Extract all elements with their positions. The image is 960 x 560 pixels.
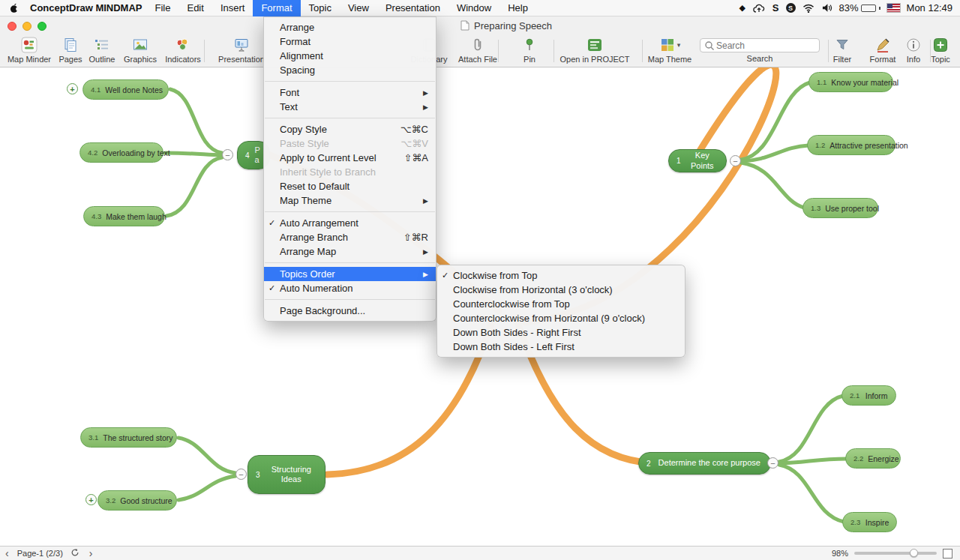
- submenu-item-counterclockwise-from-top[interactable]: Counterclockwise from Top: [437, 297, 685, 311]
- menubar-file[interactable]: File: [147, 0, 179, 16]
- toolbar-button-graphics[interactable]: Graphics: [116, 36, 164, 64]
- toolbar-separator: [828, 40, 829, 62]
- previous-page-button[interactable]: ‹: [0, 547, 14, 560]
- menubar-insert[interactable]: Insert: [212, 0, 254, 16]
- app-menu[interactable]: ConceptDraw MINDMAP: [26, 2, 147, 13]
- menu-item-alignment[interactable]: Alignment: [264, 49, 436, 63]
- zoom-controls: 98%: [832, 549, 960, 559]
- subtopic-inspire[interactable]: 2.3 Inspire: [842, 512, 897, 532]
- menu-item-spacing[interactable]: Spacing: [264, 63, 436, 77]
- subtopic-use-proper-tool[interactable]: 1.3 Use proper tool: [802, 198, 878, 218]
- submenu-item-counterclockwise-from-horizontal[interactable]: Counterclockwise from Horizontal (9 o'cl…: [437, 311, 685, 325]
- s-app-icon[interactable]: S: [772, 2, 779, 13]
- submenu-item-down-both-sides-left-first[interactable]: Down Both Sides - Left First: [437, 340, 685, 354]
- toolbar-button-indicators[interactable]: Indicators: [159, 36, 207, 64]
- zoom-window-button[interactable]: [38, 22, 46, 31]
- subtopic-structured-story[interactable]: 3.1 The structured story: [80, 427, 177, 448]
- apple-icon: [9, 2, 20, 14]
- wifi-icon[interactable]: [802, 4, 814, 13]
- zoom-slider-thumb[interactable]: [910, 549, 918, 557]
- expand-badge-subtopic-4-1[interactable]: +: [67, 83, 78, 94]
- toolbar-button-open-in-project[interactable]: Open in PROJECT: [559, 36, 631, 64]
- menubar-help[interactable]: Help: [500, 0, 536, 16]
- menubar-topic[interactable]: Topic: [301, 0, 340, 16]
- toolbar-separator: [204, 40, 205, 62]
- menubar-presentation[interactable]: Presentation: [377, 0, 448, 16]
- menubar-status-area: ◆ S S 83%: [739, 2, 960, 13]
- menubar-clock[interactable]: Mon 12:49: [907, 2, 952, 13]
- menubar-edit[interactable]: Edit: [178, 0, 212, 16]
- cloud-upload-icon[interactable]: [752, 3, 766, 13]
- menu-item-font[interactable]: Font▶: [264, 85, 436, 100]
- subtopic-overloading-by-text[interactable]: 4.2 Overloading by text: [80, 142, 164, 163]
- zoom-slider[interactable]: [854, 552, 937, 555]
- menu-item-text[interactable]: Text▶: [264, 100, 436, 114]
- us-flag-icon[interactable]: [887, 4, 900, 12]
- branch-subtopic-2-3: [779, 465, 844, 522]
- branch-subtopic-2-2: [779, 459, 847, 463]
- presentation-icon: [233, 36, 250, 54]
- branch-subtopic-1-3: [741, 163, 804, 208]
- submenu-item-clockwise-from-top[interactable]: ✓Clockwise from Top: [437, 268, 685, 283]
- volume-icon[interactable]: [821, 3, 832, 13]
- toolbar-separator: [498, 40, 499, 62]
- menu-item-topics-order[interactable]: Topics Order▶: [264, 267, 436, 281]
- topic-structuring-ideas[interactable]: 3 Structuring Ideas: [248, 455, 326, 494]
- toolbar-separator: [554, 40, 554, 62]
- menubar-format[interactable]: Format: [253, 0, 300, 16]
- menu-item-arrange[interactable]: Arrange: [264, 20, 436, 34]
- menubar-window[interactable]: Window: [448, 0, 500, 16]
- menu-item-page-background[interactable]: Page Background...: [264, 304, 436, 318]
- apple-menu[interactable]: [0, 2, 26, 14]
- graphics-icon: [132, 36, 148, 54]
- toolbar-button-attach-file[interactable]: Attach File: [454, 36, 502, 64]
- collapse-badge-topic-4[interactable]: −: [222, 149, 233, 160]
- subtopic-good-structure[interactable]: 3.2 Good structure: [98, 490, 177, 511]
- branch-subtopic-3-2: [178, 476, 236, 500]
- search-input[interactable]: [715, 40, 815, 52]
- submenu-item-down-both-sides-right-first[interactable]: Down Both Sides - Right First: [437, 325, 685, 340]
- menu-item-map-theme[interactable]: Map Theme▶: [264, 193, 436, 208]
- expand-badge-subtopic-3-2[interactable]: +: [86, 494, 97, 505]
- subtopic-inform[interactable]: 2.1 Inform: [842, 385, 896, 406]
- menu-item-arrange-map[interactable]: Arrange Map▶: [264, 244, 436, 259]
- zoom-percent: 98%: [832, 549, 848, 558]
- topic-key-points[interactable]: 1 Key Points: [668, 149, 727, 172]
- menu-item-copy-style[interactable]: Copy Style⌥⌘C: [264, 122, 436, 136]
- close-window-button[interactable]: [8, 22, 16, 31]
- skype-icon[interactable]: S: [786, 3, 796, 13]
- search-field[interactable]: [700, 38, 820, 52]
- topic-determine-core-purpose[interactable]: 2 Determine the core purpose: [638, 452, 771, 475]
- refresh-pages-button[interactable]: [66, 547, 84, 560]
- submenu-item-clockwise-from-horizontal[interactable]: Clockwise from Horizontal (3 o'clock): [437, 283, 685, 297]
- window-title: Preparing Speech: [474, 20, 552, 31]
- menu-item-reset-to-default[interactable]: Reset to Default: [264, 179, 436, 193]
- diamond-icon[interactable]: ◆: [739, 3, 745, 13]
- battery-indicator[interactable]: 83%: [839, 2, 880, 13]
- menu-item-auto-numeration[interactable]: ✓Auto Numeration: [264, 281, 436, 295]
- menu-item-auto-arrangement[interactable]: ✓Auto Arrangement: [264, 216, 436, 230]
- next-page-button[interactable]: ›: [84, 547, 98, 560]
- subtopic-well-done-notes[interactable]: 4.1 Well done Notes: [82, 79, 169, 100]
- toolbar-button-pin[interactable]: Pin: [506, 36, 554, 64]
- subtopic-make-them-laugh[interactable]: 4.3 Make them laugh: [83, 206, 165, 226]
- battery-percent: 83%: [839, 2, 859, 13]
- minimize-window-button[interactable]: [22, 22, 32, 31]
- subtopic-know-your-material[interactable]: 1.1 Know your material: [808, 72, 893, 92]
- subtopic-attractive-presentation[interactable]: 1.2 Attractive presentation: [807, 135, 896, 155]
- toolbar-button-presentation[interactable]: Presentation: [218, 36, 266, 64]
- fit-page-icon[interactable]: [943, 549, 952, 559]
- toolbar-button-topic[interactable]: Topic: [922, 36, 959, 64]
- menubar-view[interactable]: View: [340, 0, 377, 16]
- collapse-badge-topic-1[interactable]: −: [730, 155, 741, 166]
- menu-separator: [265, 299, 435, 300]
- subtopic-energize[interactable]: 2.2 Energize: [845, 448, 901, 469]
- collapse-badge-topic-3[interactable]: −: [236, 469, 247, 480]
- branch-subtopic-1-1: [741, 82, 810, 160]
- toolbar-button-map-theme[interactable]: ▾ Map Theme: [646, 36, 694, 64]
- menu-item-apply-to-current-level[interactable]: Apply to Current Level⇧⌘A: [264, 151, 436, 165]
- chevron-down-icon: ▾: [677, 41, 681, 49]
- menu-item-arrange-branch[interactable]: Arrange Branch⇧⌘R: [264, 230, 436, 244]
- menu-item-format[interactable]: Format: [264, 34, 436, 49]
- collapse-badge-topic-2[interactable]: −: [767, 457, 778, 469]
